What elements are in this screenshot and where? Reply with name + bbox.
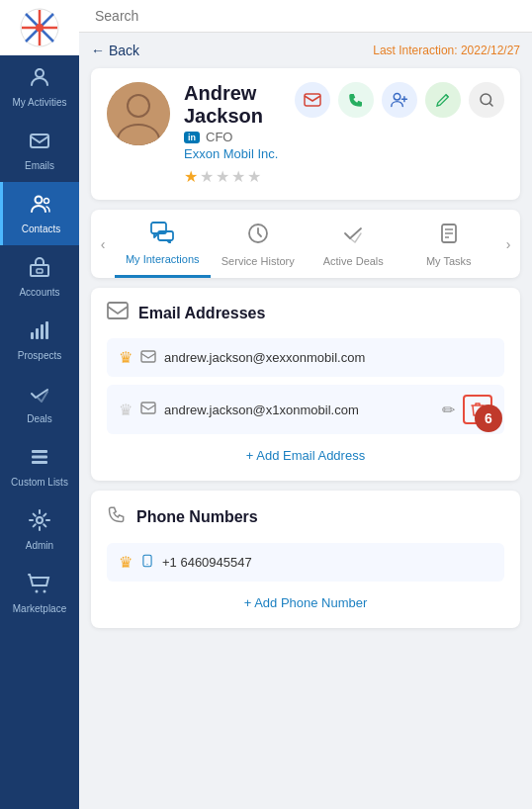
svg-rect-15 bbox=[45, 321, 48, 339]
add-email-link[interactable]: + Add Email Address bbox=[107, 444, 504, 467]
svg-point-28 bbox=[394, 93, 400, 100]
add-phone-link[interactable]: + Add Phone Number bbox=[107, 591, 504, 614]
active-deals-icon bbox=[341, 222, 365, 251]
last-interaction-date: 2022/12/27 bbox=[461, 44, 520, 57]
phone-section-heading: Phone Numbers bbox=[136, 508, 258, 526]
tab-service-history-label: Service History bbox=[222, 255, 295, 267]
svg-point-8 bbox=[35, 197, 42, 204]
content-area: ← Back Last Interaction: 2022/12/27 bbox=[79, 33, 532, 809]
phone-action-button[interactable] bbox=[338, 82, 374, 118]
sidebar-item-activities-label: My Activities bbox=[12, 97, 66, 109]
search-input[interactable] bbox=[95, 8, 516, 24]
contact-company: Exxon Mobil Inc. bbox=[184, 146, 295, 161]
my-tasks-icon bbox=[437, 222, 461, 251]
tab-active-deals-label: Active Deals bbox=[323, 255, 384, 267]
svg-rect-11 bbox=[37, 269, 43, 273]
sidebar-item-emails[interactable]: Emails bbox=[0, 119, 79, 182]
svg-rect-14 bbox=[41, 324, 44, 339]
email-section-heading: Email Addresses bbox=[138, 305, 265, 322]
admin-icon bbox=[28, 508, 51, 536]
last-interaction: Last Interaction: 2022/12/27 bbox=[373, 44, 520, 57]
contacts-icon bbox=[30, 192, 53, 220]
email-section-icon bbox=[107, 302, 129, 324]
phone-section-icon bbox=[107, 504, 127, 529]
contact-title: in CFO bbox=[184, 130, 295, 144]
sidebar-item-activities[interactable]: My Activities bbox=[0, 55, 79, 119]
sidebar-item-accounts[interactable]: Accounts bbox=[0, 245, 79, 309]
svg-rect-27 bbox=[305, 94, 320, 106]
email-addresses-section: Email Addresses ♛ andrew.jackson@xexxonm… bbox=[91, 288, 520, 481]
svg-rect-38 bbox=[141, 351, 155, 362]
svg-point-21 bbox=[44, 590, 46, 593]
notification-badge: 6 bbox=[475, 404, 502, 432]
contact-card: Andrew Jackson in CFO Exxon Mobil Inc. ★… bbox=[91, 68, 520, 200]
back-button[interactable]: ← Back bbox=[91, 43, 139, 58]
svg-rect-12 bbox=[31, 332, 34, 339]
phone-type-icon bbox=[140, 554, 154, 571]
my-interactions-icon bbox=[150, 222, 174, 249]
svg-rect-17 bbox=[32, 456, 47, 459]
sidebar-item-prospects[interactable]: Prospects bbox=[0, 309, 79, 372]
svg-point-5 bbox=[36, 24, 44, 32]
email-type-icon-1 bbox=[140, 350, 156, 366]
primary-crown-icon: ♛ bbox=[119, 348, 133, 367]
sidebar-item-accounts-label: Accounts bbox=[19, 287, 59, 299]
sidebar-item-emails-label: Emails bbox=[25, 160, 54, 172]
email-value-2: andrew.jackson@x1xonmobil.com bbox=[164, 403, 434, 417]
search-action-button[interactable] bbox=[469, 82, 504, 118]
svg-rect-39 bbox=[141, 403, 155, 413]
tabs-right-arrow[interactable]: › bbox=[496, 210, 520, 278]
svg-point-6 bbox=[36, 69, 44, 77]
tab-my-interactions-label: My Interactions bbox=[126, 253, 200, 265]
email-record-secondary-container: ♛ andrew.jackson@x1xonmobil.com ✏ 6 bbox=[107, 385, 504, 434]
tabs-scroll: My Interactions Service History bbox=[115, 210, 496, 278]
contact-actions bbox=[295, 82, 504, 118]
edit-action-button[interactable] bbox=[425, 82, 461, 118]
email-record-primary: ♛ andrew.jackson@xexxonmobil.com bbox=[107, 338, 504, 377]
service-history-icon bbox=[246, 222, 270, 251]
search-bar bbox=[79, 0, 532, 33]
email-action-button[interactable] bbox=[295, 82, 330, 118]
sidebar-item-custom-lists[interactable]: Custom Lists bbox=[0, 435, 79, 498]
contact-name: Andrew Jackson bbox=[184, 82, 295, 128]
email-type-icon-2 bbox=[140, 402, 156, 417]
svg-rect-16 bbox=[32, 450, 47, 453]
secondary-crown-icon: ♛ bbox=[119, 401, 133, 419]
svg-point-29 bbox=[481, 94, 491, 105]
phone-crown-icon: ♛ bbox=[119, 553, 133, 572]
sidebar-item-admin[interactable]: Admin bbox=[0, 498, 79, 562]
back-label: Back bbox=[109, 43, 139, 58]
sidebar-item-deals[interactable]: Deals bbox=[0, 372, 79, 435]
svg-point-25 bbox=[129, 96, 148, 116]
email-value-1: andrew.jackson@xexxonmobil.com bbox=[164, 350, 492, 365]
tab-my-tasks[interactable]: My Tasks bbox=[401, 210, 497, 278]
custom-lists-icon bbox=[28, 445, 51, 473]
deals-icon bbox=[28, 382, 51, 409]
activities-icon bbox=[28, 65, 51, 93]
tab-my-tasks-label: My Tasks bbox=[426, 255, 472, 267]
svg-point-9 bbox=[44, 199, 48, 204]
badge-container: 6 bbox=[475, 412, 510, 432]
contact-title-text: CFO bbox=[206, 130, 232, 144]
sidebar-item-contacts-label: Contacts bbox=[22, 224, 60, 235]
svg-rect-18 bbox=[32, 461, 47, 464]
svg-rect-7 bbox=[31, 135, 48, 147]
sidebar-item-marketplace[interactable]: Marketplace bbox=[0, 562, 79, 625]
edit-email-button[interactable]: ✏ bbox=[442, 401, 455, 419]
tab-active-deals[interactable]: Active Deals bbox=[306, 210, 401, 278]
sidebar-item-admin-label: Admin bbox=[26, 540, 53, 552]
tabs-left-arrow[interactable]: ‹ bbox=[91, 210, 115, 278]
tab-my-interactions[interactable]: My Interactions bbox=[115, 210, 211, 278]
phone-value-1: +1 6460945547 bbox=[162, 555, 492, 570]
linkedin-badge: in bbox=[184, 132, 200, 143]
sidebar-item-contacts[interactable]: Contacts bbox=[0, 182, 79, 245]
add-contact-action-button[interactable] bbox=[382, 82, 417, 118]
emails-icon bbox=[28, 129, 51, 156]
back-bar: ← Back Last Interaction: 2022/12/27 bbox=[91, 43, 520, 58]
marketplace-icon bbox=[28, 572, 51, 599]
phone-record-primary: ♛ +1 6460945547 bbox=[107, 543, 504, 582]
tab-service-history[interactable]: Service History bbox=[211, 210, 307, 278]
email-record-secondary: ♛ andrew.jackson@x1xonmobil.com ✏ bbox=[107, 385, 504, 434]
sidebar: My Activities Emails Contacts bbox=[0, 0, 79, 809]
tabs-container: ‹ My Interactions bbox=[91, 210, 520, 278]
